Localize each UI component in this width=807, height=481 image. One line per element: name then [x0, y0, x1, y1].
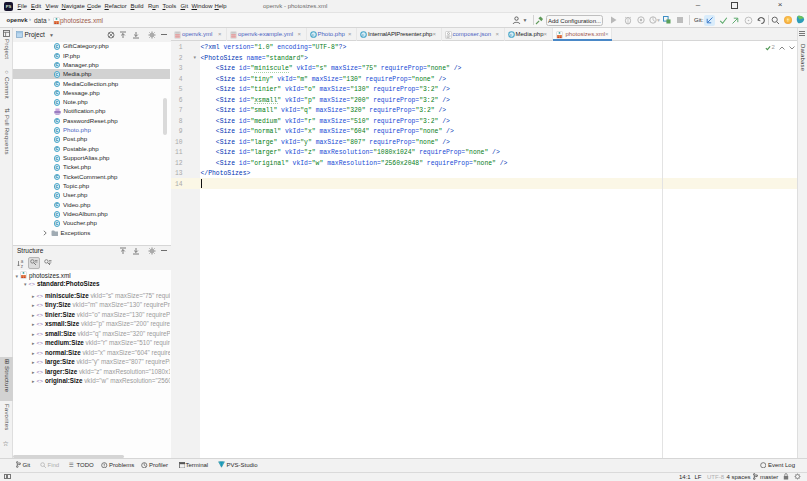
svg-text:c: c [312, 32, 314, 37]
svg-text:z: z [21, 264, 24, 269]
svg-text:c: c [362, 32, 364, 37]
svg-text:c: c [510, 32, 512, 37]
